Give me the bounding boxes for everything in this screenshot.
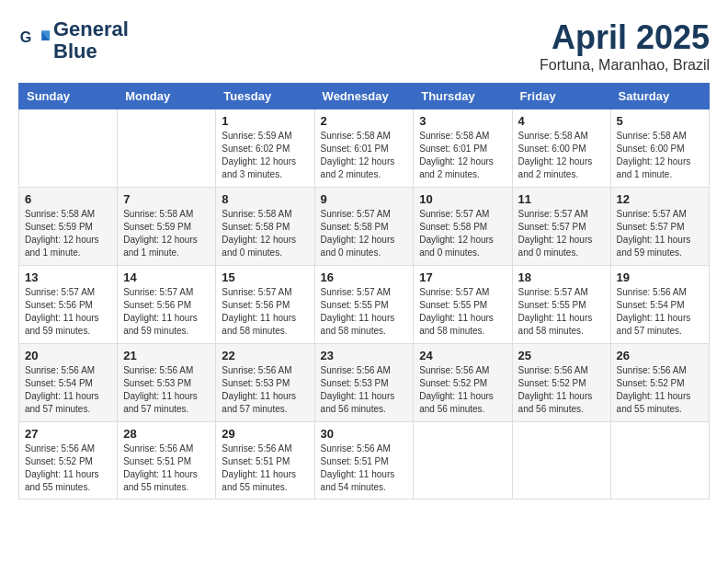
- day-number: 23: [321, 349, 408, 362]
- calendar-cell: 21Sunrise: 5:56 AM Sunset: 5:53 PM Dayli…: [118, 344, 216, 422]
- day-info: Sunrise: 5:56 AM Sunset: 5:51 PM Dayligh…: [222, 442, 308, 494]
- day-number: 10: [419, 192, 506, 206]
- day-header-sunday: Sunday: [19, 84, 118, 109]
- day-number: 18: [518, 270, 605, 284]
- calendar-cell: 19Sunrise: 5:56 AM Sunset: 5:54 PM Dayli…: [610, 266, 709, 344]
- day-info: Sunrise: 5:58 AM Sunset: 6:00 PM Dayligh…: [617, 130, 703, 181]
- day-number: 6: [25, 192, 111, 206]
- calendar-cell: 18Sunrise: 5:57 AM Sunset: 5:55 PM Dayli…: [512, 266, 610, 344]
- day-info: Sunrise: 5:57 AM Sunset: 5:58 PM Dayligh…: [321, 208, 408, 259]
- title-block: April 2025 Fortuna, Maranhao, Brazil: [540, 18, 710, 74]
- day-number: 5: [617, 114, 703, 128]
- day-info: Sunrise: 5:56 AM Sunset: 5:52 PM Dayligh…: [518, 364, 605, 416]
- calendar-cell: 24Sunrise: 5:56 AM Sunset: 5:52 PM Dayli…: [414, 344, 512, 422]
- svg-text:G: G: [20, 29, 32, 45]
- calendar-cell: [118, 109, 216, 188]
- calendar-cell: 20Sunrise: 5:56 AM Sunset: 5:54 PM Dayli…: [19, 344, 118, 422]
- calendar-cell: 3Sunrise: 5:58 AM Sunset: 6:01 PM Daylig…: [414, 109, 512, 188]
- calendar-cell: 14Sunrise: 5:57 AM Sunset: 5:56 PM Dayli…: [118, 266, 216, 344]
- calendar-cell: [414, 422, 512, 500]
- day-number: 29: [222, 427, 308, 441]
- logo: G General Blue: [18, 18, 129, 63]
- day-info: Sunrise: 5:57 AM Sunset: 5:58 PM Dayligh…: [419, 208, 506, 259]
- day-info: Sunrise: 5:56 AM Sunset: 5:53 PM Dayligh…: [321, 364, 408, 416]
- day-info: Sunrise: 5:59 AM Sunset: 6:02 PM Dayligh…: [222, 130, 308, 181]
- day-info: Sunrise: 5:58 AM Sunset: 5:59 PM Dayligh…: [25, 208, 111, 259]
- day-number: 17: [419, 270, 506, 284]
- calendar-cell: 7Sunrise: 5:58 AM Sunset: 5:59 PM Daylig…: [118, 188, 216, 266]
- day-number: 27: [25, 427, 111, 441]
- day-header-wednesday: Wednesday: [314, 84, 414, 109]
- day-number: 22: [222, 349, 308, 362]
- day-info: Sunrise: 5:57 AM Sunset: 5:57 PM Dayligh…: [518, 208, 605, 259]
- day-number: 21: [123, 349, 210, 362]
- day-info: Sunrise: 5:56 AM Sunset: 5:51 PM Dayligh…: [123, 442, 210, 494]
- day-number: 12: [617, 192, 703, 206]
- day-number: 11: [518, 192, 605, 206]
- day-info: Sunrise: 5:56 AM Sunset: 5:53 PM Dayligh…: [222, 364, 308, 416]
- day-number: 24: [419, 349, 506, 362]
- day-number: 8: [222, 192, 308, 206]
- day-number: 20: [25, 349, 111, 362]
- day-info: Sunrise: 5:58 AM Sunset: 6:01 PM Dayligh…: [419, 130, 506, 181]
- calendar-cell: 29Sunrise: 5:56 AM Sunset: 5:51 PM Dayli…: [216, 422, 314, 500]
- day-number: 3: [419, 114, 506, 128]
- calendar-cell: 26Sunrise: 5:56 AM Sunset: 5:52 PM Dayli…: [610, 344, 709, 422]
- day-info: Sunrise: 5:58 AM Sunset: 5:58 PM Dayligh…: [222, 208, 308, 259]
- logo-icon: G: [18, 24, 51, 57]
- day-info: Sunrise: 5:57 AM Sunset: 5:55 PM Dayligh…: [518, 286, 605, 338]
- day-info: Sunrise: 5:56 AM Sunset: 5:54 PM Dayligh…: [25, 364, 111, 416]
- calendar-cell: 11Sunrise: 5:57 AM Sunset: 5:57 PM Dayli…: [512, 188, 610, 266]
- day-header-monday: Monday: [118, 84, 216, 109]
- calendar-cell: 1Sunrise: 5:59 AM Sunset: 6:02 PM Daylig…: [216, 109, 314, 188]
- calendar-cell: 22Sunrise: 5:56 AM Sunset: 5:53 PM Dayli…: [216, 344, 314, 422]
- calendar-cell: 6Sunrise: 5:58 AM Sunset: 5:59 PM Daylig…: [19, 188, 118, 266]
- day-number: 13: [25, 270, 111, 284]
- calendar-cell: 15Sunrise: 5:57 AM Sunset: 5:56 PM Dayli…: [216, 266, 314, 344]
- day-number: 26: [617, 349, 703, 362]
- logo-text: General Blue: [53, 18, 129, 63]
- location: Fortuna, Maranhao, Brazil: [540, 57, 710, 74]
- day-header-thursday: Thursday: [414, 84, 512, 109]
- calendar-cell: 23Sunrise: 5:56 AM Sunset: 5:53 PM Dayli…: [314, 344, 414, 422]
- day-info: Sunrise: 5:56 AM Sunset: 5:52 PM Dayligh…: [25, 442, 111, 494]
- day-info: Sunrise: 5:56 AM Sunset: 5:52 PM Dayligh…: [617, 364, 703, 416]
- day-number: 9: [321, 192, 408, 206]
- logo-line2: Blue: [53, 40, 129, 63]
- calendar-cell: 30Sunrise: 5:56 AM Sunset: 5:51 PM Dayli…: [314, 422, 414, 500]
- day-header-tuesday: Tuesday: [216, 84, 314, 109]
- day-info: Sunrise: 5:56 AM Sunset: 5:51 PM Dayligh…: [321, 442, 408, 494]
- calendar-cell: 10Sunrise: 5:57 AM Sunset: 5:58 PM Dayli…: [414, 188, 512, 266]
- day-info: Sunrise: 5:58 AM Sunset: 5:59 PM Dayligh…: [123, 208, 210, 259]
- day-info: Sunrise: 5:57 AM Sunset: 5:57 PM Dayligh…: [617, 208, 703, 259]
- day-info: Sunrise: 5:57 AM Sunset: 5:55 PM Dayligh…: [419, 286, 506, 338]
- day-number: 25: [518, 349, 605, 362]
- calendar-cell: 28Sunrise: 5:56 AM Sunset: 5:51 PM Dayli…: [118, 422, 216, 500]
- page-header: G General Blue April 2025 Fortuna, Maran…: [18, 18, 710, 74]
- day-info: Sunrise: 5:57 AM Sunset: 5:56 PM Dayligh…: [25, 286, 111, 338]
- calendar-cell: 4Sunrise: 5:58 AM Sunset: 6:00 PM Daylig…: [512, 109, 610, 188]
- calendar-cell: 13Sunrise: 5:57 AM Sunset: 5:56 PM Dayli…: [19, 266, 118, 344]
- calendar-cell: 12Sunrise: 5:57 AM Sunset: 5:57 PM Dayli…: [610, 188, 709, 266]
- calendar-cell: 16Sunrise: 5:57 AM Sunset: 5:55 PM Dayli…: [314, 266, 414, 344]
- day-number: 14: [123, 270, 210, 284]
- day-header-friday: Friday: [512, 84, 610, 109]
- calendar-cell: 27Sunrise: 5:56 AM Sunset: 5:52 PM Dayli…: [19, 422, 118, 500]
- day-info: Sunrise: 5:58 AM Sunset: 6:01 PM Dayligh…: [321, 130, 408, 181]
- day-number: 15: [222, 270, 308, 284]
- day-number: 7: [123, 192, 210, 206]
- calendar-cell: 2Sunrise: 5:58 AM Sunset: 6:01 PM Daylig…: [314, 109, 414, 188]
- calendar-cell: [610, 422, 709, 500]
- day-info: Sunrise: 5:57 AM Sunset: 5:56 PM Dayligh…: [123, 286, 210, 338]
- calendar-cell: [512, 422, 610, 500]
- day-number: 1: [222, 114, 308, 128]
- month-year: April 2025: [540, 18, 710, 57]
- calendar-table: SundayMondayTuesdayWednesdayThursdayFrid…: [18, 83, 710, 500]
- calendar-cell: [19, 109, 118, 188]
- day-number: 2: [321, 114, 408, 128]
- calendar-cell: 9Sunrise: 5:57 AM Sunset: 5:58 PM Daylig…: [314, 188, 414, 266]
- day-info: Sunrise: 5:56 AM Sunset: 5:54 PM Dayligh…: [617, 286, 703, 338]
- calendar-header-row: SundayMondayTuesdayWednesdayThursdayFrid…: [19, 84, 710, 109]
- day-number: 19: [617, 270, 703, 284]
- calendar-cell: 25Sunrise: 5:56 AM Sunset: 5:52 PM Dayli…: [512, 344, 610, 422]
